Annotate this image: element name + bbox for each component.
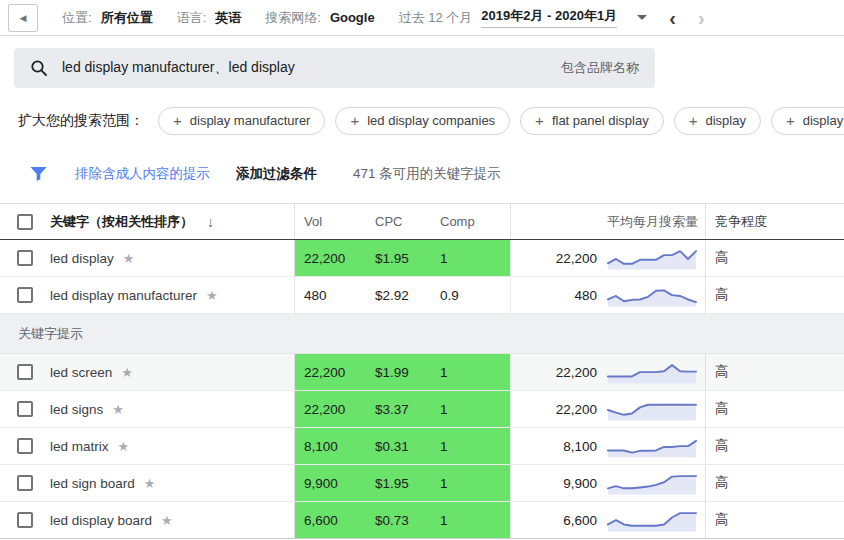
row-checkbox[interactable] <box>17 250 33 266</box>
keyword-text[interactable]: led screen <box>50 365 112 380</box>
keyword-text[interactable]: led sign board <box>50 476 135 491</box>
avg-monthly-value: 480 <box>574 288 597 303</box>
table-header-row: 关键字（按相关性排序） ↓ Vol CPC Comp 平均每月搜索量 竞争程度 <box>0 203 844 240</box>
avg-monthly-cell: 6,600 <box>510 502 705 538</box>
sparkline-chart <box>606 470 698 496</box>
broaden-chip-display[interactable]: + display <box>674 107 761 135</box>
date-range-value[interactable]: 2019年2月 - 2020年1月 <box>481 7 617 28</box>
avg-monthly-value: 22,200 <box>556 365 597 380</box>
checkbox-cell <box>0 438 50 454</box>
network-setting: 搜索网络: Google <box>265 9 374 27</box>
checkbox-cell <box>0 512 50 528</box>
network-value[interactable]: Google <box>330 10 375 25</box>
keyword-search-input[interactable]: led display manufacturer、led display 包含品… <box>14 48 655 88</box>
plus-icon: + <box>535 112 544 129</box>
language-value[interactable]: 英语 <box>215 9 241 27</box>
star-icon[interactable]: ★ <box>161 513 173 528</box>
checkbox-cell <box>0 401 50 417</box>
table-row-led-display-manufacturer: led display manufacturer ★ 480 $2.92 0.9… <box>0 277 844 314</box>
star-icon[interactable]: ★ <box>206 288 218 303</box>
broaden-chip-led-display-companies[interactable]: + led display companies <box>335 107 510 135</box>
table-row-led-display-board: led display board ★ 6,600 $0.73 1 6,600 … <box>0 502 844 539</box>
broaden-label: 扩大您的搜索范围： <box>18 112 144 130</box>
checkbox-cell <box>0 364 50 380</box>
collapse-panel-button[interactable]: ◀ <box>8 4 38 32</box>
metrics-group: 8,100 $0.31 1 <box>294 428 510 464</box>
avg-monthly-cell: 22,200 <box>510 354 705 390</box>
table-row-led-matrix: led matrix ★ 8,100 $0.31 1 8,100 高 <box>0 428 844 465</box>
row-checkbox[interactable] <box>17 438 33 454</box>
sparkline-chart <box>606 245 698 271</box>
star-icon[interactable]: ★ <box>121 365 133 380</box>
cpc-value: $0.31 <box>375 439 440 454</box>
next-period-button[interactable]: › <box>698 8 705 28</box>
star-icon[interactable]: ★ <box>112 402 124 417</box>
include-brand-label: 包含品牌名称 <box>561 59 639 77</box>
competition-value: 高 <box>705 502 844 538</box>
language-label: 语言: <box>177 9 207 27</box>
vol-value: 9,900 <box>295 476 375 491</box>
broaden-search-row: 扩大您的搜索范围： + display manufacturer + led d… <box>0 97 844 144</box>
prev-period-button[interactable]: ‹ <box>669 8 676 28</box>
result-count-text: 471 条可用的关键字提示 <box>353 165 501 183</box>
select-all-checkbox[interactable] <box>17 214 33 230</box>
cpc-column-header: CPC <box>375 214 440 229</box>
avg-monthly-value: 22,200 <box>556 251 597 266</box>
exclude-adult-link[interactable]: 排除含成人内容的提示 <box>75 165 210 183</box>
chevron-down-icon[interactable] <box>637 15 647 20</box>
metrics-group: 9,900 $1.95 1 <box>294 465 510 501</box>
chip-label: led display companies <box>367 113 495 128</box>
vol-value: 6,600 <box>295 513 375 528</box>
search-icon <box>30 59 48 77</box>
star-icon[interactable]: ★ <box>144 476 156 491</box>
row-checkbox[interactable] <box>17 401 33 417</box>
keyword-text[interactable]: led display manufacturer <box>50 288 197 303</box>
location-value[interactable]: 所有位置 <box>101 9 153 27</box>
comp-value: 1 <box>440 513 510 528</box>
broaden-chip-flat-panel-display[interactable]: + flat panel display <box>520 107 664 135</box>
language-setting: 语言: 英语 <box>177 9 242 27</box>
vol-value: 22,200 <box>295 402 375 417</box>
avg-monthly-value: 22,200 <box>556 402 597 417</box>
comp-value: 1 <box>440 365 510 380</box>
chip-label: flat panel display <box>552 113 649 128</box>
vol-column-header: Vol <box>295 214 375 229</box>
avg-monthly-cell: 8,100 <box>510 428 705 464</box>
row-checkbox[interactable] <box>17 512 33 528</box>
period-label: 过去 12 个月 <box>399 9 473 27</box>
sparkline-chart <box>606 396 698 422</box>
search-section: led display manufacturer、led display 包含品… <box>0 36 844 97</box>
checkbox-cell <box>0 250 50 266</box>
sort-descending-icon: ↓ <box>207 214 214 230</box>
star-icon[interactable]: ★ <box>123 251 135 266</box>
sparkline-chart <box>606 433 698 459</box>
checkbox-cell <box>0 475 50 491</box>
competition-value: 高 <box>705 391 844 427</box>
keyword-column-header[interactable]: 关键字（按相关性排序） <box>50 213 193 231</box>
broaden-chip-display-manufacturer[interactable]: + display manufacturer <box>158 107 325 135</box>
row-checkbox[interactable] <box>17 475 33 491</box>
keyword-text[interactable]: led signs <box>50 402 103 417</box>
cpc-value: $3.37 <box>375 402 440 417</box>
location-label: 位置: <box>62 9 92 27</box>
row-checkbox[interactable] <box>17 364 33 380</box>
star-icon[interactable]: ★ <box>118 439 130 454</box>
keyword-text[interactable]: led display board <box>50 513 152 528</box>
keyword-text[interactable]: led matrix <box>50 439 109 454</box>
row-checkbox[interactable] <box>17 287 33 303</box>
checkbox-cell <box>0 287 50 303</box>
keyword-text[interactable]: led display <box>50 251 114 266</box>
table-row-led-signs: led signs ★ 22,200 $3.37 1 22,200 高 <box>0 391 844 428</box>
add-filter-button[interactable]: 添加过滤条件 <box>236 165 317 183</box>
avg-monthly-cell: 9,900 <box>510 465 705 501</box>
vol-value: 22,200 <box>295 251 375 266</box>
broaden-chip-display-technology[interactable]: + display technology <box>771 107 844 135</box>
keyword-suggestions-section-header: 关键字提示 <box>0 314 844 354</box>
avg-monthly-value: 6,600 <box>563 513 597 528</box>
metrics-group: 22,200 $3.37 1 <box>294 391 510 427</box>
metrics-group: 6,600 $0.73 1 <box>294 502 510 538</box>
left-triangle-icon: ◀ <box>20 13 27 23</box>
avg-monthly-value: 8,100 <box>563 439 597 454</box>
metrics-group: 22,200 $1.95 1 <box>294 240 510 276</box>
metrics-header-group: Vol CPC Comp <box>294 204 510 239</box>
